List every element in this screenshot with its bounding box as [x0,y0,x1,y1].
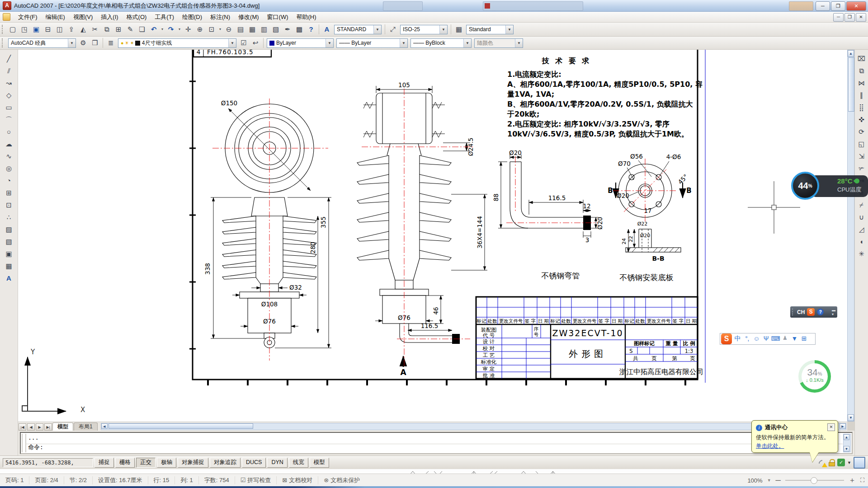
match-properties-icon[interactable]: ✎ [124,24,136,35]
scroll-down-arrow[interactable]: ▼ [844,446,849,452]
mirror-icon[interactable]: ⋈ [856,77,868,89]
gradient-icon[interactable]: ▧ [3,235,15,248]
menu-item[interactable]: 标注(N) [206,12,234,23]
command-prompt[interactable]: 命令: [28,443,43,451]
multiline-text-icon[interactable]: A [3,272,15,284]
grid-toggle[interactable]: 栅格 [115,458,135,468]
fit-page-icon[interactable]: ⛶ [860,477,864,484]
status-tray-dropdown-icon[interactable]: ▼ [847,460,851,465]
sogou-voice-icon[interactable]: Ψ [761,335,771,343]
sogou-ime-icon[interactable]: S [807,308,815,316]
communication-center-icon[interactable] [818,459,826,467]
rectangle-icon[interactable]: ▭ [3,101,15,113]
save-icon[interactable]: ▣ [30,24,42,35]
layer-previous-icon[interactable]: ↩ [250,38,261,48]
sogou-logo-icon[interactable]: S [721,333,732,344]
tool-palettes-icon[interactable]: ▥ [258,24,270,35]
chevron-down-icon[interactable]: ▼ [400,39,407,47]
markup-set-manager-icon[interactable]: ✒ [282,24,293,35]
pan-icon[interactable]: ✛ [182,24,194,35]
sogou-skin-icon[interactable]: ▼ [790,335,799,343]
ime-help-icon[interactable]: ? [817,309,824,315]
scroll-thumb[interactable] [848,57,854,112]
redo-icon[interactable]: ↷ [165,24,177,35]
undo-icon[interactable]: ↶ [148,24,160,35]
arc-icon[interactable]: ⌒ [3,113,15,126]
sogou-emoticon-icon[interactable]: ☺ [752,335,761,343]
table-style-icon[interactable]: ▦ [453,24,465,35]
zoom-percent[interactable]: 100% [747,477,762,484]
model-toggle[interactable]: 模型 [310,458,329,468]
layer-combo[interactable]: ● ☀ ✦ 4尺寸细实线▼ [118,38,236,48]
dyn-toggle[interactable]: DYN [267,458,287,468]
move-icon[interactable]: ✜ [856,113,868,126]
sogou-account-icon[interactable]: ♟ [780,335,790,343]
table-style-combo[interactable]: Standard▼ [466,25,514,34]
plot-icon[interactable]: ⊟ [42,24,54,35]
help-icon[interactable]: ? [305,24,317,35]
scroll-up-arrow[interactable]: ▲ [844,434,849,440]
cut-icon[interactable]: ✂ [89,24,101,35]
circle-icon[interactable]: ○ [3,126,15,138]
language-indicator[interactable]: CH [797,309,805,315]
command-drag-grip[interactable] [22,434,26,452]
wps-status-item[interactable]: 字数: 754 [199,476,235,484]
otrack-toggle[interactable]: 对象追踪 [210,458,241,468]
minimize-button[interactable]: ─ [816,1,830,11]
table-icon[interactable]: ▦ [3,260,15,272]
block-editor-icon[interactable]: ❏ [136,24,148,35]
sogou-toolbox-icon[interactable]: ⊞ [799,335,809,343]
zoom-previous-icon[interactable]: ⊖ [223,24,235,35]
scale-icon[interactable]: ◱ [856,138,868,150]
trim-icon[interactable]: ✃ [856,162,868,174]
polyline-icon[interactable]: ↝ [3,77,15,89]
drawing-canvas[interactable]: .ln{stroke:#000;fill:none;stroke-width:1… [18,50,847,422]
lineweight-combo[interactable]: —— ByBlock▼ [410,38,472,48]
lineweight-toggle[interactable]: 线宽 [289,458,308,468]
text-style-icon[interactable]: A [321,24,333,35]
scroll-right-arrow[interactable]: ▶ [840,423,846,429]
layer-unlock-icon[interactable]: ✦ [130,40,134,46]
revision-cloud-icon[interactable]: ☁ [3,138,15,150]
ellipse-icon[interactable]: ◎ [3,162,15,174]
publish-icon[interactable]: ⇪ [66,24,77,35]
zoom-in-button[interactable]: ＋ [849,476,856,485]
rotate-icon[interactable]: ⟳ [856,126,868,138]
undo-dropdown-icon[interactable]: ▾ [160,24,165,35]
chamfer-icon[interactable]: ◿ [856,223,868,235]
language-bar-grip[interactable] [792,309,795,315]
layer-manager-icon[interactable]: ≣ [105,38,117,48]
sheet-set-manager-icon[interactable]: ▧ [270,24,282,35]
linetype-combo[interactable]: —— ByLayer▼ [336,38,408,48]
chevron-down-icon[interactable]: ▼ [373,25,381,34]
open-icon[interactable]: ◳ [19,24,30,35]
tab-last-arrow[interactable]: ▶| [44,423,52,431]
properties-icon[interactable]: ▤ [235,24,246,35]
zoom-slider[interactable] [785,480,844,481]
ortho-toggle[interactable]: 正交 [136,458,156,468]
workspace-save-icon[interactable]: ❒ [89,38,101,48]
balloon-link[interactable]: 单击此处。 [756,442,784,450]
close-button[interactable]: ✕ [846,1,866,11]
insert-block-icon[interactable]: ⊞ [3,187,15,199]
menu-item[interactable]: 文件(F) [14,12,42,23]
point-icon[interactable]: ∴ [3,211,15,223]
chevron-down-icon[interactable]: ▼ [68,39,75,47]
menu-item[interactable]: 帮助(H) [292,12,321,23]
coordinate-readout[interactable]: 5416.3951, -683.3288, 0.0000 [3,458,93,467]
child-close-button[interactable]: ✕ [856,13,866,22]
menu-item[interactable]: 格式(O) [123,12,151,23]
region-icon[interactable]: ▣ [3,248,15,260]
command-input-area[interactable]: ... 命令: ▲ ▼ [20,432,853,454]
menu-item[interactable]: 绘图(D) [178,12,206,23]
ellipse-arc-icon[interactable]: ◔ [3,174,15,187]
toolbar-grip[interactable] [2,38,5,47]
command-scrollbar[interactable]: ▲ ▼ [843,434,851,452]
network-speed-ball[interactable]: 34% ↓ 0.1K/s [798,360,831,393]
menu-item[interactable]: 视图(V) [69,12,97,23]
wps-status-item[interactable]: 行: 15 [148,476,175,484]
maximize-button[interactable]: ❐ [831,1,845,11]
sogou-chinese-icon[interactable]: 中 [733,335,742,343]
zoom-window-dropdown-icon[interactable]: ▾ [217,24,223,35]
doc-protect-item[interactable]: ⊗文档未保护 [318,476,365,484]
